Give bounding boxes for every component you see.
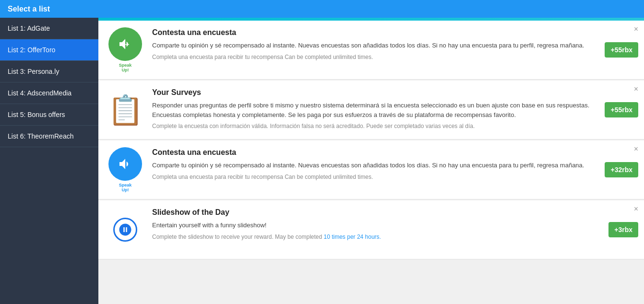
offer-title-2: Your Surveys [152, 88, 620, 97]
sidebar-item-list2[interactable]: List 2: OfferToro [0, 39, 98, 61]
offer-note-3: Completa una encuesta para recibir tu re… [152, 173, 620, 181]
reward-button-1[interactable]: +55rbx [605, 42, 638, 58]
close-button-4[interactable]: × [634, 205, 638, 213]
reward-button-4[interactable]: +3rbx [608, 222, 638, 237]
offer-note-2: Complete la encuesta con información vál… [152, 122, 620, 130]
clipboard-icon: 📋 [107, 93, 143, 127]
offer-content-2: Your Surveys Responder unas preguntas de… [152, 88, 620, 130]
offer-title-4: Slideshow of the Day [152, 208, 620, 217]
close-button-2[interactable]: × [634, 85, 638, 93]
speakup-blue-icon [108, 147, 142, 181]
sidebar-item-list5[interactable]: List 5: Bonus offers [0, 104, 98, 126]
offer-note-1: Completa una encuesta para recibir tu re… [152, 53, 620, 61]
offer-desc-2: Responder unas preguntas de perfil sobre… [152, 101, 620, 119]
offer-desc-4: Entertain yourself with a funny slidesho… [152, 221, 620, 230]
offer-title-3: Contesta una encuesta [152, 148, 620, 157]
reward-button-2[interactable]: +55rbx [605, 102, 638, 117]
close-button-1[interactable]: × [634, 25, 638, 33]
sidebar-item-list6[interactable]: List 6: TheoremReach [0, 126, 98, 147]
offer-card-3: SpeakUp! Contesta una encuesta Comparte … [98, 140, 644, 199]
speakup-green-icon [108, 27, 142, 61]
speakup-label-1: SpeakUp! [119, 63, 132, 72]
sidebar-item-list1[interactable]: List 1: AdGate [0, 18, 98, 39]
offer-card-1: SpeakUp! Contesta una encuesta Comparte … [98, 21, 644, 80]
offer-desc-3: Comparte tu opinión y sé recompensado al… [152, 161, 620, 170]
slideshow-logo-icon [113, 218, 137, 242]
offer-content-4: Slideshow of the Day Entertain yourself … [152, 208, 620, 241]
sidebar-item-list3[interactable]: List 3: Persona.ly [0, 61, 98, 82]
offer-content-1: Contesta una encuesta Comparte tu opinió… [152, 28, 620, 61]
header-title: Select a list [8, 5, 50, 13]
close-button-3[interactable]: × [634, 145, 638, 153]
offer-icon-3: SpeakUp! [106, 148, 144, 191]
offer-content-3: Contesta una encuesta Comparte tu opinió… [152, 148, 620, 181]
header: Select a list [0, 0, 644, 18]
main-layout: List 1: AdGate List 2: OfferToro List 3:… [0, 18, 644, 304]
offer-icon-2: 📋 [106, 88, 144, 131]
offer-desc-1: Comparte tu opinión y sé recompensado al… [152, 41, 620, 50]
offer-icon-4 [106, 208, 144, 251]
sidebar-item-list4[interactable]: List 4: AdscendMedia [0, 82, 98, 104]
content-area[interactable]: SpeakUp! Contesta una encuesta Comparte … [98, 18, 644, 304]
offer-card-4: Slideshow of the Day Entertain yourself … [98, 200, 644, 259]
reward-button-3[interactable]: +32rbx [605, 162, 638, 177]
speakup-label-3: SpeakUp! [119, 183, 132, 192]
offer-card-2: 📋 Your Surveys Responder unas preguntas … [98, 81, 644, 140]
offer-icon-1: SpeakUp! [106, 28, 144, 71]
offer-title-1: Contesta una encuesta [152, 28, 620, 37]
sidebar: List 1: AdGate List 2: OfferToro List 3:… [0, 18, 98, 304]
offer-note-4: Complete the slideshow to receive your r… [152, 233, 620, 241]
